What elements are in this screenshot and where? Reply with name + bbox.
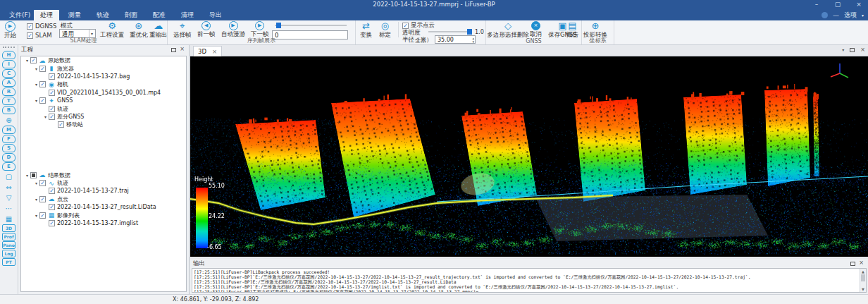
tree-expander-icon[interactable]: ▾ [33,82,39,87]
tree-item[interactable]: ▾✓∿轨迹 [21,179,186,187]
menu-tab-item[interactable]: 配准 [147,10,172,20]
output-close-icon[interactable]: × [859,260,864,266]
tree-item[interactable]: ▾✓☁点云 [21,195,186,203]
fit-view-tool-icon[interactable]: ⇔ [1,182,17,192]
tree-item[interactable]: ✓轨迹 [21,104,186,112]
frame-slider[interactable] [275,23,347,28]
tree-checkbox[interactable] [30,172,37,178]
options-caret-icon[interactable]: ▾ [862,13,864,18]
tree-checkbox[interactable]: ✓ [39,81,46,87]
toolstrip-grip[interactable] [3,47,15,50]
cloud-tool-i-icon[interactable]: I [2,60,16,68]
cloud-tool-s-icon[interactable]: S [2,144,16,152]
frame-slider-handle[interactable] [276,23,281,28]
tree-item[interactable]: ▾✓☁原始数据 [21,56,186,64]
tree-checkbox[interactable]: ✓ [39,180,46,186]
menu-tab-item[interactable]: 测量 [62,10,87,20]
tree-item[interactable]: ▾✓✦GNSS [21,97,186,104]
scroll-thumb[interactable] [861,274,865,281]
output-scrollbar[interactable]: ▲ ▼ [860,269,866,292]
profile-tool-icon[interactable]: Prof [2,233,16,241]
menu-tab-active[interactable]: 处理 [34,10,59,20]
close-button[interactable]: × [850,0,868,9]
cloud-tool-f-icon[interactable]: F [2,135,16,143]
tree-item[interactable]: ✓移动站 [21,121,186,128]
tree-item[interactable]: ▾☁结果数据 [21,171,186,179]
help-icon[interactable] [822,12,828,18]
opacity-slider-handle[interactable] [467,29,472,35]
view-3d-tool-icon[interactable]: 3D [2,224,16,232]
cancel-button[interactable]: × 取消 [530,21,542,39]
cloud-tool-d-icon[interactable]: D [2,153,16,162]
options-button[interactable]: 选项 [844,11,857,20]
tree-expander-icon[interactable]: ▾ [33,197,39,202]
tree-checkbox[interactable]: ✓ [58,121,64,128]
tree-checkbox[interactable]: ✓ [39,212,46,219]
tree-item[interactable]: ▾✓◉相机 [21,80,186,88]
cloud-tool-h-icon[interactable]: H [2,51,16,59]
log-tool-icon[interactable]: Log [2,250,16,257]
menu-tab-item[interactable]: 剖面 [118,10,144,20]
cloud-tool-r-icon[interactable]: R [2,87,16,96]
tree-item[interactable]: ▾✓▮激光器 [21,64,186,72]
viewport-3d[interactable]: Height 55.10 24.22 -6.65 [190,56,868,257]
tree-expander-icon[interactable]: ▾ [33,213,39,218]
tree-item[interactable]: ✓2022-10-14-15-13-27.imglist [21,219,186,227]
ortho-view-tool-icon[interactable]: ▢ [1,171,17,181]
tree-expander-icon[interactable]: ▾ [42,114,49,119]
tree-checkbox[interactable]: ✓ [49,204,55,210]
pt-tool-icon[interactable]: PT [2,258,16,266]
tree-expander-icon[interactable]: ▾ [33,181,39,186]
panel-float-icon[interactable] [171,48,176,52]
tree-item[interactable]: ▾✓差分GNSS [21,113,186,121]
cloud-tool-t-icon[interactable]: T [2,97,16,105]
tab-3d[interactable]: 3D × [193,46,222,56]
scroll-up-icon[interactable]: ▲ [860,269,866,274]
menu-tab-item[interactable]: 清理 [175,10,200,20]
tree-expander-icon[interactable]: ▾ [24,173,30,178]
tree-checkbox[interactable]: ✓ [49,106,55,112]
menu-file[interactable]: 文件(F) [3,10,37,20]
tree-checkbox[interactable]: ✓ [39,66,46,72]
tree-expander-icon[interactable]: ▾ [33,98,39,103]
globe-tool-icon[interactable]: ⊕ [1,115,17,125]
cloud-tool-b-icon[interactable]: B [2,106,16,114]
scroll-down-icon[interactable]: ▼ [860,287,866,291]
tree-checkbox[interactable]: ✓ [49,73,55,80]
tree-item[interactable]: ✓2022-10-14-15-13-27.bag [21,73,186,80]
tree-checkbox[interactable]: ✓ [39,196,46,202]
report-button[interactable]: ▤ 报告 [566,21,578,39]
tree-checkbox[interactable]: ✓ [39,97,46,104]
tree-item[interactable]: ▾✓▦影像列表 [21,211,186,219]
cloud-tool-a-icon[interactable]: A [2,78,16,87]
tree-checkbox[interactable]: ✓ [49,188,55,194]
image-view-tool-icon[interactable]: ▦ [1,214,17,224]
tree-checkbox[interactable]: ✓ [30,57,37,63]
maximize-button[interactable]: ▢ [829,0,847,9]
panorama-tool-icon[interactable]: Pano [2,241,16,249]
tree-expander-icon[interactable]: ▾ [24,58,30,63]
tab-close-icon[interactable]: × [212,47,217,56]
tree-item[interactable]: ✓VID_20221014_154135_00_001.mp4 [21,89,186,97]
wireframe-view-tool-icon[interactable]: ▽ [1,193,17,202]
cloud-tool-m-icon[interactable]: M [2,126,16,134]
cloud-tool-e-icon[interactable]: E [2,162,16,171]
opacity-slider[interactable] [428,29,472,35]
dgnss-checkbox[interactable]: ✓ DGNSS [27,23,56,30]
tree-checkbox[interactable]: ✓ [49,90,55,96]
tabbar-float-icon[interactable] [850,48,855,52]
tree-checkbox[interactable]: ✓ [49,220,55,226]
point-size-tool-icon[interactable]: ⋯ [1,203,17,213]
tree-checkbox[interactable]: ✓ [49,114,55,120]
polygon-delete-button[interactable]: ◇ 多边形选择删除 [488,21,528,39]
tree-expander-icon[interactable]: ▾ [33,66,39,71]
tree-item[interactable]: ✓2022-10-14-15-13-27_result.LiData [21,203,186,211]
cloud-tool-c-icon[interactable]: C [2,69,16,78]
tree-item[interactable]: ✓2022-10-14-15-13-27.traj [21,187,186,195]
menu-tab-item[interactable]: 导出 [203,10,228,20]
tabbar-caret-icon[interactable]: ▾ [842,47,844,52]
minimize-button[interactable]: – [807,0,826,9]
menu-tab-item[interactable]: 轨迹 [90,10,116,20]
panel-close-icon[interactable]: × [180,46,185,52]
output-float-icon[interactable] [850,262,855,266]
